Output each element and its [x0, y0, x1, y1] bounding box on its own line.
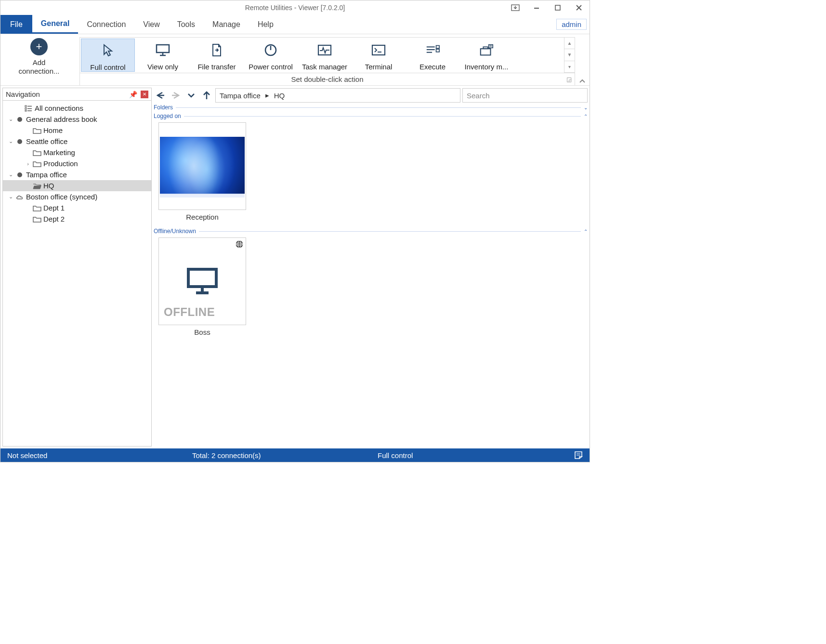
back-button[interactable] — [154, 89, 167, 102]
svg-point-27 — [17, 139, 22, 144]
tree-item[interactable]: Marketing — [3, 147, 151, 158]
tree-label: Production — [43, 159, 78, 168]
svg-rect-15 — [481, 49, 491, 55]
tab-manage[interactable]: Manage — [204, 15, 249, 34]
offline-text: OFFLINE — [164, 305, 215, 319]
power-icon — [263, 42, 278, 58]
tree-item[interactable]: ⌄Tampa office — [3, 169, 151, 180]
folder-open-icon — [33, 183, 41, 189]
connection-label: Boss — [194, 328, 210, 336]
folder-icon — [33, 160, 41, 167]
add-connection-button[interactable]: + Addconnection... — [18, 38, 59, 76]
status-note-icon[interactable] — [567, 451, 590, 460]
execute-button[interactable]: Execute — [406, 38, 459, 73]
maximize-button[interactable] — [547, 0, 568, 15]
tree-label: Home — [43, 126, 63, 134]
tree-item[interactable]: Dept 2 — [3, 213, 151, 224]
tree-label: Dept 1 — [43, 204, 65, 212]
minimize-button[interactable] — [526, 0, 547, 15]
chevron-up-icon: ⌃ — [584, 229, 588, 234]
tree-label: Tampa office — [26, 171, 67, 179]
svg-rect-22 — [25, 110, 26, 111]
svg-rect-13 — [436, 46, 440, 49]
ribbon-scroller[interactable]: ▲ ▼ ▾ — [564, 38, 575, 73]
svg-point-26 — [17, 117, 22, 122]
breadcrumb-item[interactable]: Tampa office — [220, 92, 261, 100]
tree-arrow-icon[interactable]: ⌄ — [6, 171, 15, 178]
file-menu[interactable]: File — [0, 15, 32, 34]
tree-item[interactable]: All connections — [3, 103, 151, 114]
tree-arrow-icon[interactable]: › — [23, 161, 33, 167]
pin-icon[interactable]: 📌 — [128, 91, 139, 98]
svg-rect-9 — [372, 45, 385, 55]
content-area: Tampa office ▸ HQ Search Folders⌄ Logged… — [154, 88, 588, 447]
scroll-more-icon[interactable]: ▾ — [564, 61, 575, 73]
dot-icon — [15, 116, 24, 123]
tree-item[interactable]: Dept 1 — [3, 202, 151, 213]
ribbon-group-label: Set double-click action ◲ — [80, 73, 575, 85]
up-button[interactable] — [200, 89, 213, 102]
terminal-button[interactable]: Terminal — [352, 38, 406, 73]
connection-item-reception[interactable]: Reception — [158, 122, 246, 221]
globe-icon — [235, 240, 244, 249]
tree-arrow-icon[interactable]: ⌄ — [6, 194, 15, 200]
connection-item-boss[interactable]: OFFLINE Boss — [158, 237, 246, 336]
thumbnail-offline: OFFLINE — [158, 237, 246, 325]
tree-arrow-icon[interactable]: ⌄ — [6, 116, 15, 122]
section-offline[interactable]: Offline/Unknown⌃ — [154, 228, 588, 235]
tab-help[interactable]: Help — [249, 15, 282, 34]
scroll-down-icon[interactable]: ▼ — [564, 49, 575, 61]
full-control-button[interactable]: Full control — [81, 39, 135, 72]
section-logged-on[interactable]: Logged on⌃ — [154, 113, 588, 119]
search-input[interactable]: Search — [462, 88, 588, 103]
inventory-button[interactable]: Inventory m... — [459, 38, 513, 73]
power-control-button[interactable]: Power control — [244, 38, 298, 73]
view-only-button[interactable]: View only — [136, 38, 190, 73]
dialog-launcher-icon[interactable]: ◲ — [566, 76, 572, 83]
chevron-down-icon: ⌄ — [584, 105, 588, 110]
svg-rect-14 — [436, 49, 440, 52]
panel-close-button[interactable]: ✕ — [141, 91, 148, 98]
tree-label: All connections — [35, 104, 83, 112]
tab-view[interactable]: View — [134, 15, 168, 34]
tree-item[interactable]: Home — [3, 125, 151, 136]
user-account-button[interactable]: admin — [556, 19, 587, 30]
scroll-up-icon[interactable]: ▲ — [564, 38, 575, 49]
task-manager-button[interactable]: Task manager — [298, 38, 352, 73]
ribbon-collapse-button[interactable] — [575, 34, 590, 85]
folder-icon — [33, 216, 41, 223]
navigation-tree[interactable]: All connections⌄General address bookHome… — [3, 101, 151, 446]
breadcrumb-item[interactable]: HQ — [274, 92, 285, 100]
folder-icon — [33, 205, 41, 211]
window-title: Remote Utilities - Viewer [7.0.2.0] — [0, 4, 590, 12]
folder-icon — [33, 149, 41, 156]
tab-general[interactable]: General — [32, 15, 79, 34]
tree-item[interactable]: ⌄General address book — [3, 114, 151, 125]
thumbnail-screenshot — [158, 122, 246, 210]
status-bar: Not selected Total: 2 connection(s) Full… — [0, 448, 590, 462]
file-transfer-button[interactable]: File transfer — [190, 38, 244, 73]
inventory-icon — [479, 42, 494, 58]
history-dropdown[interactable] — [184, 89, 198, 102]
close-button[interactable] — [568, 0, 590, 15]
folder-icon — [33, 127, 41, 134]
tree-label: HQ — [43, 182, 54, 190]
tree-arrow-icon[interactable]: ⌄ — [6, 138, 15, 145]
tab-tools[interactable]: Tools — [169, 15, 204, 34]
status-total: Total: 2 connection(s) — [185, 451, 268, 460]
tree-item[interactable]: ›Production — [3, 158, 151, 169]
svg-rect-16 — [483, 47, 487, 49]
forward-button[interactable] — [169, 89, 183, 102]
tree-item[interactable]: ⌄Seattle office — [3, 136, 151, 147]
tree-item[interactable]: HQ — [3, 180, 151, 191]
tray-icon[interactable] — [505, 0, 526, 15]
dot-icon — [15, 138, 24, 145]
breadcrumb[interactable]: Tampa office ▸ HQ — [215, 88, 460, 103]
file-arrow-icon — [209, 42, 224, 58]
navigation-panel: Navigation 📌 ✕ All connections⌄General a… — [2, 88, 152, 447]
cursor-icon — [100, 43, 116, 58]
menu-bar: File General Connection View Tools Manag… — [0, 15, 590, 34]
section-folders[interactable]: Folders⌄ — [154, 104, 588, 111]
tab-connection[interactable]: Connection — [78, 15, 134, 34]
tree-item[interactable]: ⌄Boston office (synced) — [3, 191, 151, 202]
